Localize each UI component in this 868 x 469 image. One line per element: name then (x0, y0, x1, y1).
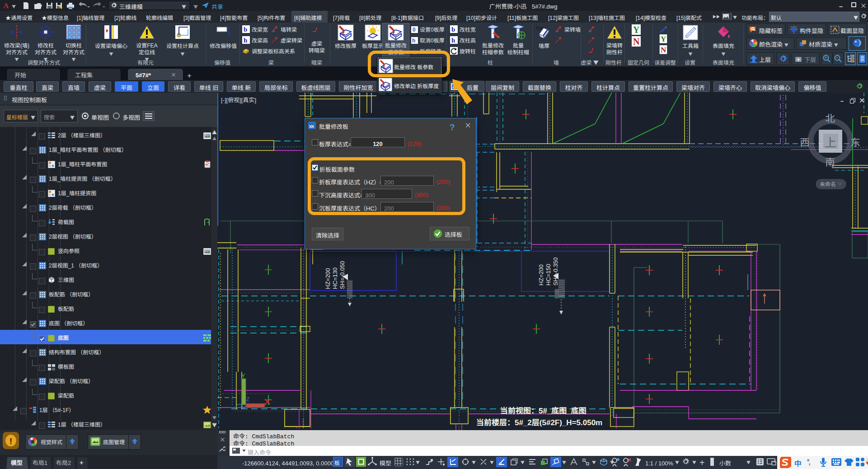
svg-text:N: N (633, 37, 640, 47)
svg-text:h: h (451, 37, 455, 44)
svg-text:南: 南 (825, 154, 835, 169)
svg-text:b: b (451, 26, 455, 33)
svg-text:b: b (244, 26, 247, 33)
svg-text:西: 西 (800, 134, 810, 149)
svg-text:未命名: 未命名 (820, 180, 836, 188)
svg-text:上: 上 (825, 133, 836, 150)
svg-text:+: + (825, 55, 827, 61)
svg-text:0: 0 (413, 27, 416, 33)
svg-text:北: 北 (825, 111, 835, 125)
svg-text:SH=-0.050: SH=-0.050 (338, 261, 346, 289)
svg-text:Z: Z (246, 396, 249, 403)
svg-text:Y: Y (661, 35, 666, 43)
svg-text:−: − (836, 55, 838, 61)
svg-text:h: h (412, 38, 415, 44)
svg-text:▽: ▽ (838, 181, 842, 187)
svg-text:SH=-0.350: SH=-0.350 (551, 257, 559, 286)
svg-text:Y: Y (633, 25, 640, 35)
svg-text:N: N (661, 46, 666, 54)
svg-text:Y: Y (241, 372, 245, 379)
svg-text:东: 东 (850, 134, 860, 149)
svg-text:h: h (244, 37, 248, 44)
